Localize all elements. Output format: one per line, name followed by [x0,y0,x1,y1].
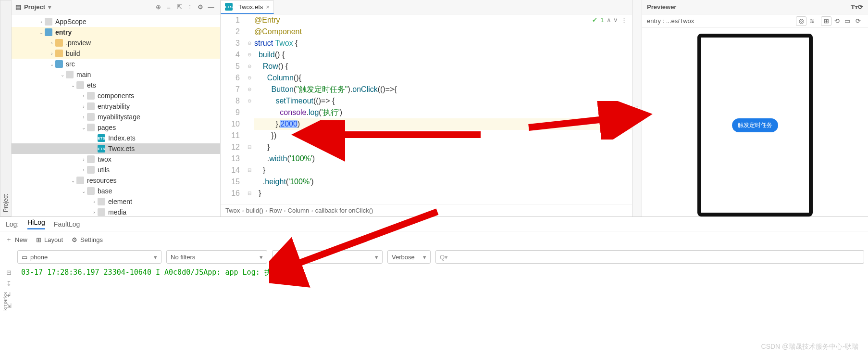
folder-icon [87,166,95,174]
collapse-icon[interactable]: ÷ [185,2,195,13]
tree-item[interactable]: ⌄ets [12,80,220,90]
gear-icon[interactable]: ⚙ [195,2,206,13]
tab-faultlog[interactable]: FaultLog [54,220,80,228]
log-label: Log: [6,220,19,228]
editor-panel: ETS Twox.ets × 12345678910111213141516 ⊖… [221,0,632,216]
folder-icon [45,18,52,25]
folder-b-icon [45,28,52,36]
tree-item[interactable]: ⌄resources [12,175,220,186]
tree-item[interactable]: ›AppScope [12,16,220,27]
new-button[interactable]: ＋New [6,235,27,244]
tree-item[interactable]: ›twox [12,154,220,165]
editor-status: ✔1∧ ∨⋮ [592,16,627,24]
folder-icon [87,187,95,195]
phone-icon[interactable]: ▭ [842,16,853,26]
tree-item[interactable]: ⌄main [12,69,220,80]
folder-icon [87,113,95,121]
preview-path: entry : ...es/Twox [647,17,694,25]
target-icon[interactable]: ⊕ [153,2,163,13]
tree-item[interactable]: ›media [12,207,220,216]
refresh-icon[interactable]: ⟳ [858,3,863,11]
project-panel: ▤Project▾ ⊕ ≡ ⇱ ÷ ⚙ — ›AppScope⌄entry›.p… [12,0,221,216]
project-title: ▤Project▾ [15,3,51,11]
folder-icon [87,92,95,100]
tree-item[interactable]: ›element [12,196,220,207]
editor-tab[interactable]: ETS Twox.ets × [221,0,274,14]
expand-icon[interactable]: ⇱ [174,2,185,13]
tt-icon[interactable]: Tт [851,3,858,11]
phone-frame: 触发定时任务 [697,34,813,216]
tree-item[interactable]: ›myabilitystage [12,112,220,122]
folder-icon [87,124,95,131]
close-icon[interactable]: × [266,3,270,11]
ets-icon: ETS [98,145,105,153]
tree-item[interactable]: ⌄entry [12,27,220,38]
refresh2-icon[interactable]: ⟳ [853,16,863,26]
project-vtab[interactable]: Project [0,0,12,216]
tree-item[interactable]: ⌄base [12,186,220,196]
tree-item[interactable]: ›.preview [12,38,220,48]
folder-icon [98,208,105,216]
tree-item[interactable]: ›utils [12,165,220,175]
level-select[interactable]: Verbose▾ [387,250,431,264]
grid-icon[interactable]: ⊞ [821,16,831,26]
breadcrumb[interactable]: Twox›build()›Row›Column›callback for onC… [221,204,632,216]
log-panel: Log: HiLog FaultLog ＋New ⊞Layout ⚙Settin… [0,216,868,313]
tree-item[interactable]: ›build [12,48,220,59]
previewer-title: Previewer [647,3,676,11]
tree-item[interactable]: ⌄pages [12,122,220,133]
package-select[interactable]: ▾ [272,250,383,264]
clear-icon[interactable]: ⊟ [6,269,12,276]
code-editor[interactable]: 12345678910111213141516 ⊖⊖⊖⊖⊖⊖⊟⊟⊟ @Entry… [221,14,632,204]
folder-icon [98,198,105,205]
inspect-icon[interactable]: ◎ [796,16,806,26]
layers-icon[interactable]: ≋ [806,16,817,26]
tree-item[interactable]: ›entryability [12,101,220,112]
filter-select[interactable]: No filters▾ [166,250,267,264]
settings-button[interactable]: ⚙Settings [72,236,103,243]
preview-panel: Previewer Tт ⟳ entry : ...es/Twox ◎ ≋ ⊞ … [642,0,868,216]
folder-icon [87,102,95,110]
tree-item[interactable]: ›components [12,90,220,101]
device-select[interactable]: ▭phone▾ [17,250,161,264]
rotate-icon[interactable]: ⟲ [831,16,842,26]
watermark: CSDN @瑞晟技术服务中心-耿瑞 [761,343,858,351]
ets-icon: ETS [225,3,233,11]
tab-hilog[interactable]: HiLog [27,218,45,229]
log-search[interactable]: Q▾ [435,250,864,264]
ets-icon: ETS [98,134,105,142]
gutter-strip[interactable]: ⋮ [632,0,642,216]
tree-item[interactable]: ⌄src [12,59,220,69]
tree-item[interactable]: ·ETSTwox.ets [12,143,220,154]
folder-icon [76,81,84,89]
trigger-button[interactable]: 触发定时任务 [732,118,778,132]
folder-icon [66,71,74,78]
folder-y-icon [55,50,63,57]
bookmarks-vtab[interactable]: kmarks [0,290,11,313]
project-tree[interactable]: ›AppScope⌄entry›.preview›build⌄src⌄main⌄… [12,14,220,216]
folder-icon [76,177,84,184]
sort-icon[interactable]: ≡ [163,2,174,13]
tree-item[interactable]: ·ETSIndex.ets [12,133,220,143]
folder-icon [87,155,95,163]
hide-icon[interactable]: — [206,2,216,13]
log-line: 03-17 17:28:36.197 23304-10640 I A0c0d0/… [17,266,868,313]
scroll-icon[interactable]: ↧ [6,280,12,287]
folder-b-icon [55,60,63,68]
folder-y-icon [55,39,63,47]
layout-button[interactable]: ⊞Layout [36,236,63,243]
